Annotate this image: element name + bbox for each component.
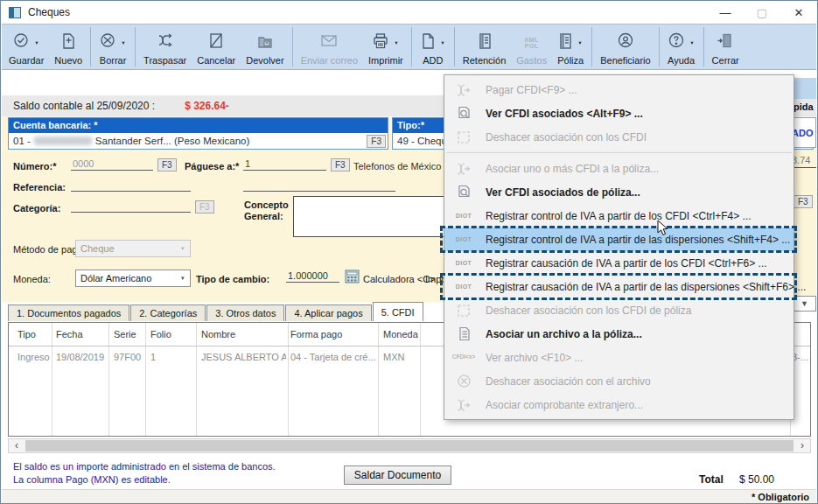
chevron-down-icon[interactable]: ▼ [178,273,187,284]
column-separator [145,323,146,436]
add-context-menu: Pagar CFDI<F9> ... Ver CFDI asociados <A… [444,74,794,420]
status-bar: * Obligatorio [2,489,816,504]
menu-item-deshacer-asociacion-cfdi: Deshacer asociación con los CFDI [444,125,794,149]
footer: El saldo es un importe administrado en e… [2,454,816,489]
chevron-down-icon[interactable]: ▼ [798,297,812,311]
tab-categorias[interactable]: 2. Categorías [130,304,206,321]
redacted-account-number [34,136,92,145]
paguese-f3-button[interactable]: F3 [331,158,350,172]
column-header-nombre: Nombre [201,329,286,340]
scrollbar-thumb[interactable] [25,440,794,452]
chevron-down-icon[interactable]: ▼ [577,40,583,46]
chevron-down-icon[interactable]: ▼ [121,40,126,46]
cheques-window: Cheques — ▢ ✕ ▼ Guardar Nuevo ▼ Borrar T… [0,0,818,504]
menu-item-asociar-comprobante-extranjero: Asociar comprobante extranjero... [444,393,794,416]
cancelar-button[interactable]: Cancelar [192,25,241,68]
chevron-down-icon[interactable]: ▼ [34,40,39,46]
tab-documentos-pagados[interactable]: 1. Documentos pagados [8,304,129,321]
scroll-left-icon[interactable]: ‹ [9,439,24,452]
diot-icon: DIOT [452,284,475,290]
moneda-select[interactable]: Dólar Americano ▼ [75,270,191,287]
scroll-right-icon[interactable]: › [794,439,810,452]
numero-label: Número:* [13,161,57,172]
view-document-icon [452,106,475,121]
calculator-icon[interactable] [345,270,360,287]
right-f3-button-fragment[interactable]: F3 [794,195,813,208]
transfer-icon [157,32,174,53]
referencia-label: Referencia: [13,182,66,192]
right-combo-fragment[interactable]: ▼ [793,296,816,312]
maximize-button: ▢ [744,1,780,24]
column-separator [420,323,421,436]
minimize-button[interactable]: — [707,1,744,24]
numero-f3-button[interactable]: F3 [157,158,177,172]
retention-document-icon [477,32,493,53]
total-value: $ 50.00 [739,473,774,486]
menu-item-registrar-control-iva-dispersiones[interactable]: DIOT Registrar control de IVA a partir d… [444,228,794,251]
footer-note-1: El saldo es un importe administrado en e… [13,461,276,472]
file-document-icon [452,326,475,341]
total-label: Total [699,473,724,486]
poliza-button[interactable]: ▼ Póliza [552,25,589,68]
cerrar-button[interactable]: Cerrar [707,25,745,68]
nuevo-button[interactable]: Nuevo [49,25,87,68]
cancel-circle-icon [452,374,475,388]
chevron-down-icon[interactable]: ▼ [394,40,399,46]
obligatorio-note: * Obligatorio [752,492,809,502]
column-header-forma-pago: Forma pago [290,329,376,340]
chevron-down-icon: ▼ [178,243,187,255]
borrar-button[interactable]: ▼ Borrar [94,25,132,68]
beneficiario-button[interactable]: Beneficiario [595,25,655,68]
tab-cfdi[interactable]: 5. CFDI [373,302,423,321]
tipo-cambio-input[interactable]: 1.000000 [286,270,339,283]
menu-item-pagar-cfdi: Pagar CFDI<F9> ... [444,78,794,102]
chevron-down-icon[interactable]: ▼ [689,40,695,46]
toolbar-separator [591,27,592,66]
tab-aplicar-pagos[interactable]: 4. Aplicar pagos [285,304,371,321]
categoria-input[interactable] [71,200,191,213]
column-header-fecha: Fecha [56,329,107,340]
menu-item-registrar-control-iva-cfdi[interactable]: DIOT Registrar control de IVA a partir d… [444,204,794,228]
devolver-button[interactable]: Devolver [241,25,289,68]
close-button[interactable]: ✕ [780,1,817,24]
menu-item-asociar-cfdi-poliza: Asociar uno o más CFDI a la póliza... [444,157,794,180]
paguese-label: Páguese a:* [185,161,239,172]
column-header-tipo: Tipo [17,329,51,340]
save-check-icon [12,32,30,53]
tipo-cambio-label: Tipo de cambio: [196,274,269,284]
horizontal-scrollbar[interactable]: ‹ › [8,438,811,453]
menu-item-ver-archivo: CFDI<x> Ver archivo <F10> ... [444,346,794,369]
cuenta-f3-button[interactable]: F3 [367,135,386,148]
menu-item-registrar-causacion-iva-dispersiones[interactable]: DIOT Registrar causación de IVA a partir… [444,275,794,298]
referencia-input[interactable] [71,179,191,192]
cfdi-file-icon: CFDI<x> [452,354,475,360]
chevron-down-icon[interactable]: ▼ [440,40,445,46]
paguese-input[interactable]: 1 [243,158,326,171]
column-separator [108,323,109,436]
menu-item-registrar-causacion-iva-cfdi[interactable]: DIOT Registrar causación de IVA a partir… [444,251,794,275]
imprimir-button[interactable]: ▼ Imprimir [363,25,409,68]
tab-otros-datos[interactable]: 3. Otros datos [206,304,284,321]
add-button[interactable]: ▼ ADD [415,25,451,68]
numero-input[interactable]: 0000 [71,158,153,171]
menu-item-ver-cfdi-asociados-poliza[interactable]: Ver CFDI asociados de póliza... [444,180,794,204]
traspasar-button[interactable]: Traspasar [138,25,192,68]
column-separator [378,323,379,436]
tab-bar: 1. Documentos pagados 2. Categorías 3. O… [8,302,424,321]
gastos-button: XMLPOL Gastos [511,25,552,68]
app-icon [9,7,21,18]
retencion-button[interactable]: Retención [458,25,512,68]
column-separator [196,323,197,436]
menu-item-asociar-archivo-poliza[interactable]: Asociar un archivo a la póliza... [444,322,794,346]
saldar-documento-button[interactable]: Saldar Documento [344,466,451,485]
toolbar: ▼ Guardar Nuevo ▼ Borrar Traspasar Cance… [2,24,816,70]
guardar-button[interactable]: ▼ Guardar [3,25,49,68]
window-title: Cheques [28,6,70,18]
toolbar-separator [454,27,455,66]
concepto-label-line2: General: [244,211,283,221]
menu-separator [446,152,792,153]
categoria-label: Categoría: [13,203,60,214]
menu-item-ver-cfdi-asociados[interactable]: Ver CFDI asociados <Alt+F9> ... [444,102,794,125]
ayuda-button[interactable]: ▼ Ayuda [662,25,701,68]
diot-icon: DIOT [452,260,475,266]
